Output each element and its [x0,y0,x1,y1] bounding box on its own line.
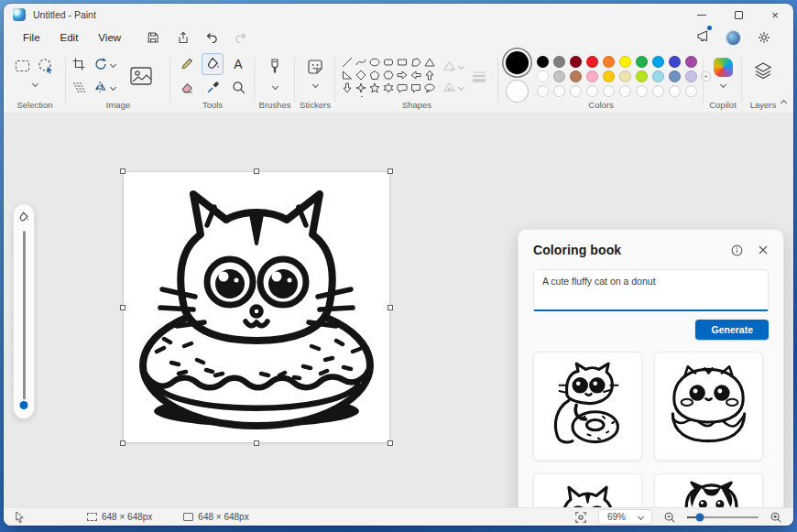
shape-star-4[interactable] [355,82,367,94]
maximize-button[interactable] [720,4,757,26]
menu-edit[interactable]: Edit [50,29,89,46]
empty-color-slot[interactable] [537,85,549,97]
panel-close-icon[interactable] [758,244,769,255]
generate-button[interactable]: Generate [695,320,769,340]
empty-color-slot[interactable] [619,85,631,97]
color-swatch[interactable] [553,71,565,82]
color-swatch[interactable] [570,56,582,68]
selection-handle-s[interactable] [254,440,259,446]
color-swatch[interactable] [586,71,598,82]
shape-arrow-down[interactable] [341,82,354,94]
empty-color-slot[interactable] [636,85,648,97]
selection-dropdown-chevron[interactable] [31,81,38,87]
zoom-slider-thumb[interactable] [696,513,704,521]
resize-skew-icon[interactable] [71,80,86,94]
thumbnail-cat-hugging-donut[interactable] [533,352,642,461]
feedback-button[interactable] [695,28,710,47]
undo-icon[interactable] [204,30,219,45]
color-swatch[interactable] [570,71,582,82]
rotate-button[interactable] [93,57,125,71]
fill-tolerance-slider[interactable] [13,203,35,419]
text-tool[interactable]: A [227,53,249,75]
line-width-icon[interactable] [470,68,488,86]
color-swatch[interactable] [603,56,615,68]
empty-color-slot[interactable] [553,85,565,97]
sticker-icon[interactable] [306,58,324,76]
shape-polygon[interactable] [409,57,422,69]
zoom-level-dropdown[interactable]: 69% [598,509,652,525]
zoom-in-icon[interactable] [770,511,782,524]
stickers-dropdown-chevron[interactable] [311,81,318,88]
color-swatch[interactable] [586,56,598,68]
background-removal-icon[interactable] [127,62,155,90]
brush-icon[interactable] [266,58,284,78]
color-swatch[interactable] [685,56,697,68]
color-swatch[interactable] [603,71,615,82]
empty-color-slot[interactable] [570,85,582,97]
empty-color-slot[interactable] [652,85,664,97]
menu-view[interactable]: View [88,29,131,46]
shape-bubble-oval[interactable] [423,82,436,94]
copilot-dropdown-chevron[interactable] [719,81,726,88]
layers-icon[interactable] [752,60,774,81]
shape-rounded-rect[interactable] [382,57,395,69]
settings-gear-icon[interactable] [757,30,771,45]
minimize-button[interactable] [683,4,720,26]
selection-handle-se[interactable] [388,440,393,446]
color-swatch[interactable] [619,71,631,82]
selection-handle-ne[interactable] [388,168,393,174]
info-icon[interactable] [731,244,743,256]
empty-color-slot[interactable] [669,85,681,97]
shape-right-triangle[interactable] [341,70,354,81]
zoom-slider[interactable] [687,516,759,518]
pencil-tool[interactable] [176,53,198,75]
shape-arrow-right[interactable] [396,70,409,81]
crop-icon[interactable] [71,57,86,71]
selection-handle-w[interactable] [120,305,126,310]
zoom-out-icon[interactable] [663,511,676,524]
copilot-icon[interactable] [714,58,733,77]
fill-tool-selected[interactable] [202,53,224,75]
shape-diamond[interactable] [355,70,367,81]
shape-star-5[interactable] [368,82,381,94]
selection-handle-sw[interactable] [120,440,126,446]
flip-button[interactable] [93,80,125,94]
color-swatch[interactable] [537,71,549,82]
redo-icon[interactable] [234,30,248,45]
color-swatch[interactable] [619,56,631,68]
color-swatch[interactable] [553,56,565,68]
selection-handle-n[interactable] [254,168,259,174]
shape-bubble-round[interactable] [396,82,409,94]
selection-handle-e[interactable] [388,305,393,310]
color-swatch[interactable] [636,71,648,82]
empty-color-slot[interactable] [586,85,598,97]
shape-ellipse[interactable] [368,57,381,69]
shape-line[interactable] [341,57,354,69]
shape-lightning[interactable] [355,95,367,97]
eraser-tool[interactable] [176,77,198,99]
magnifier-tool[interactable] [227,77,249,99]
share-icon[interactable] [175,30,190,45]
free-select-icon[interactable] [37,57,55,75]
close-button[interactable]: × [757,4,793,26]
selection-handle-nw[interactable] [120,168,126,174]
color-swatch[interactable] [652,71,664,82]
shape-heart[interactable] [341,95,354,97]
shape-fill-button[interactable] [442,81,464,94]
empty-color-slot[interactable] [603,85,615,97]
thumbnail-fluffy-cat-on-donut[interactable] [654,352,763,461]
color-swatch[interactable] [669,71,681,82]
brushes-dropdown-chevron[interactable] [271,83,278,90]
rect-select-icon[interactable] [16,60,29,71]
shape-outline-button[interactable] [442,60,464,73]
empty-color-slot[interactable] [685,85,697,97]
drawing-canvas[interactable] [124,172,389,442]
shape-arrow-up[interactable] [423,70,436,81]
color-swatch[interactable] [537,56,549,68]
account-avatar[interactable] [726,31,740,45]
shape-bubble-rect[interactable] [409,82,422,94]
shape-star-6[interactable] [382,82,395,94]
fit-to-screen-icon[interactable] [574,511,587,524]
shape-triangle[interactable] [423,57,436,69]
color2-swatch[interactable] [506,80,529,103]
